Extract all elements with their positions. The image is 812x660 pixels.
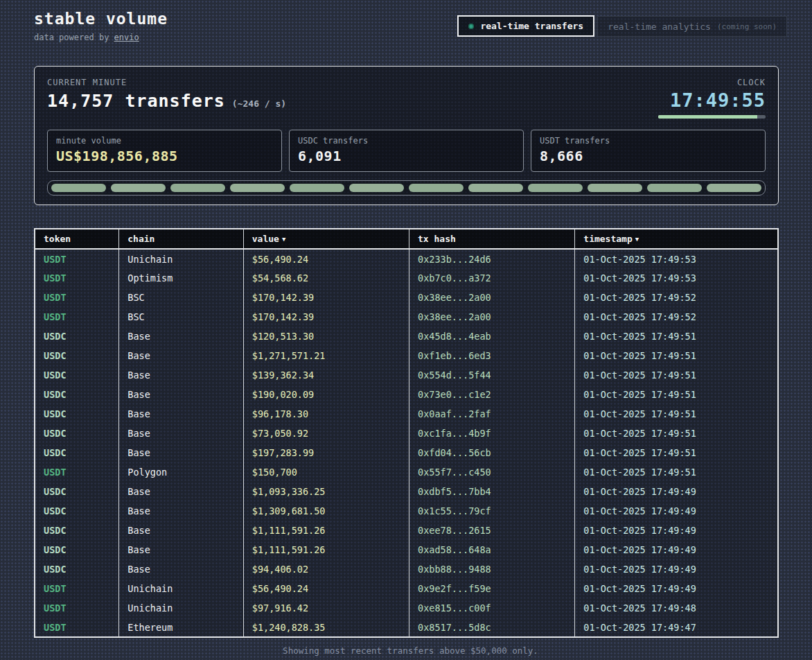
tx-hash-link[interactable]: 0xfd04...56cb: [409, 443, 575, 462]
value-cell: $150,700: [243, 462, 409, 482]
column-header-tx-hash: tx hash: [409, 229, 575, 249]
token-cell: USDC: [35, 501, 119, 521]
minute-progress-fill: [658, 115, 757, 119]
value-cell: $56,490.24: [243, 249, 409, 268]
tab-real-time-transfers[interactable]: real-time transfers: [457, 15, 594, 37]
tx-hash-link[interactable]: 0x38ee...2a00: [409, 307, 575, 327]
table-row: USDT BSC $170,142.39 0x38ee...2a00 01-Oc…: [35, 288, 778, 307]
activity-segment: [528, 184, 583, 192]
chain-cell: Base: [119, 424, 244, 443]
timestamp-cell: 01-Oct-2025 17:49:49: [575, 559, 778, 579]
timestamp-cell: 01-Oct-2025 17:49:52: [575, 288, 778, 307]
tx-hash-link[interactable]: 0xad58...648a: [409, 540, 575, 559]
chain-cell: Ethereum: [119, 618, 244, 637]
token-cell: USDT: [35, 598, 119, 618]
value-cell: $170,142.39: [243, 288, 409, 307]
tx-hash-link[interactable]: 0xdbf5...7bb4: [409, 482, 575, 501]
table-row: USDC Base $96,178.30 0x0aaf...2faf 01-Oc…: [35, 404, 778, 424]
tx-hash-link[interactable]: 0x233b...24d6: [409, 249, 575, 268]
timestamp-cell: 01-Oct-2025 17:49:51: [575, 327, 778, 346]
tx-hash-link[interactable]: 0xe815...c00f: [409, 598, 575, 618]
timestamp-cell: 01-Oct-2025 17:49:49: [575, 540, 778, 559]
table-row: USDC Base $94,406.02 0xbb88...9488 01-Oc…: [35, 559, 778, 579]
title-block: stable volume data powered by envio: [34, 10, 168, 42]
value-cell: $197,283.99: [243, 443, 409, 462]
chain-cell: Base: [119, 540, 244, 559]
tx-hash-link[interactable]: 0xb7c0...a372: [409, 268, 575, 288]
timestamp-cell: 01-Oct-2025 17:49:52: [575, 307, 778, 327]
minute-summary: CURRENT MINUTE 14,757 transfers (~246 / …: [47, 78, 286, 111]
tx-hash-link[interactable]: 0xee78...2615: [409, 521, 575, 540]
tx-hash-link[interactable]: 0x38ee...2a00: [409, 288, 575, 307]
table-row: USDT Unichain $97,916.42 0xe815...c00f 0…: [35, 598, 778, 618]
transfers-table-wrap: tokenchainvalue▼tx hashtimestamp▼ USDT U…: [34, 228, 779, 638]
timestamp-cell: 01-Oct-2025 17:49:51: [575, 443, 778, 462]
tab-real-time-analytics[interactable]: real-time analytics (coming soon): [597, 16, 787, 37]
timestamp-cell: 01-Oct-2025 17:49:47: [575, 618, 778, 637]
activity-segment: [290, 184, 344, 192]
column-header-value[interactable]: value▼: [243, 229, 409, 249]
value-cell: $1,271,571.21: [243, 346, 409, 365]
chain-cell: Base: [119, 521, 244, 540]
table-row: USDC Base $190,020.09 0x73e0...c1e2 01-O…: [35, 385, 778, 404]
clock-label: CLOCK: [658, 78, 766, 87]
timestamp-cell: 01-Oct-2025 17:49:48: [575, 598, 778, 618]
tx-hash-link[interactable]: 0x0aaf...2faf: [409, 404, 575, 424]
timestamp-cell: 01-Oct-2025 17:49:53: [575, 268, 778, 288]
chain-cell: Base: [119, 482, 244, 501]
sort-desc-icon: ▼: [635, 236, 639, 243]
chain-cell: Base: [119, 501, 244, 521]
stat-usdc-transfers: USDC transfers 6,091: [289, 130, 524, 172]
envio-link[interactable]: envio: [114, 33, 139, 42]
activity-segment: [230, 184, 285, 192]
tx-hash-link[interactable]: 0x55f7...c450: [409, 462, 575, 482]
token-cell: USDC: [35, 424, 119, 443]
token-cell: USDC: [35, 346, 119, 365]
tx-hash-link[interactable]: 0x9e2f...f59e: [409, 579, 575, 598]
powered-by: data powered by envio: [34, 33, 168, 42]
minute-progress-bar: [658, 115, 766, 119]
chain-cell: BSC: [119, 307, 244, 327]
table-row: USDT Unichain $56,490.24 0x233b...24d6 0…: [35, 249, 778, 268]
token-cell: USDC: [35, 365, 119, 385]
chain-cell: Base: [119, 385, 244, 404]
table-row: USDC Base $1,093,336.25 0xdbf5...7bb4 01…: [35, 482, 778, 501]
table-row: USDT Unichain $56,490.24 0x9e2f...f59e 0…: [35, 579, 778, 598]
chain-cell: Optimism: [119, 268, 244, 288]
column-header-timestamp[interactable]: timestamp▼: [575, 229, 778, 249]
token-cell: USDT: [35, 462, 119, 482]
token-cell: USDT: [35, 579, 119, 598]
timestamp-cell: 01-Oct-2025 17:49:51: [575, 385, 778, 404]
value-cell: $1,240,828.35: [243, 618, 409, 637]
transfers-table: tokenchainvalue▼tx hashtimestamp▼ USDT U…: [34, 228, 779, 638]
minute-volume-value: US$198,856,885: [56, 148, 273, 164]
value-cell: $73,050.92: [243, 424, 409, 443]
token-cell: USDT: [35, 249, 119, 268]
timestamp-cell: 01-Oct-2025 17:49:49: [575, 579, 778, 598]
table-row: USDC Base $120,513.30 0x45d8...4eab 01-O…: [35, 327, 778, 346]
tx-hash-link[interactable]: 0x1c55...79cf: [409, 501, 575, 521]
tx-hash-link[interactable]: 0x73e0...c1e2: [409, 385, 575, 404]
tx-hash-link[interactable]: 0xc1fa...4b9f: [409, 424, 575, 443]
value-cell: $96,178.30: [243, 404, 409, 424]
table-row: USDT Optimism $54,568.62 0xb7c0...a372 0…: [35, 268, 778, 288]
value-cell: $97,916.42: [243, 598, 409, 618]
stat-boxes: minute volume US$198,856,885 USDC transf…: [47, 130, 766, 172]
tx-hash-link[interactable]: 0xbb88...9488: [409, 559, 575, 579]
tx-hash-link[interactable]: 0x8517...5d8c: [409, 618, 575, 637]
activity-segment-bar: [47, 180, 766, 196]
current-minute-panel: CURRENT MINUTE 14,757 transfers (~246 / …: [34, 66, 779, 205]
usdc-transfers-value: 6,091: [298, 148, 515, 164]
value-cell: $120,513.30: [243, 327, 409, 346]
activity-segment: [468, 184, 523, 192]
chain-cell: Base: [119, 365, 244, 385]
activity-segment: [707, 184, 761, 192]
tx-hash-link[interactable]: 0x45d8...4eab: [409, 327, 575, 346]
value-cell: $1,309,681.50: [243, 501, 409, 521]
token-cell: USDC: [35, 443, 119, 462]
column-header-chain: chain: [119, 229, 244, 249]
table-row: USDT Ethereum $1,240,828.35 0x8517...5d8…: [35, 618, 778, 637]
tx-hash-link[interactable]: 0xf1eb...6ed3: [409, 346, 575, 365]
tx-hash-link[interactable]: 0x554d...5f44: [409, 365, 575, 385]
column-header-token: token: [35, 229, 119, 249]
